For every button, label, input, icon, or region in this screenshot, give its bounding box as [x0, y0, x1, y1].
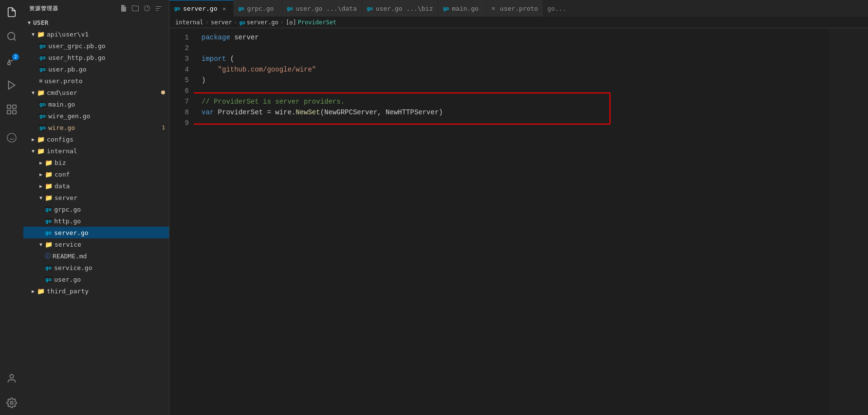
files-icon[interactable] — [3, 4, 20, 20]
tree-item-third-party[interactable]: ▶ 📁 third_party — [23, 285, 169, 297]
tree-item-wire-go[interactable]: go wire.go 1 — [23, 122, 169, 133]
svg-rect-5 — [7, 105, 11, 108]
svg-point-11 — [10, 375, 13, 378]
line-numbers: 1 2 3 4 5 6 7 8 9 — [169, 28, 194, 415]
tab-grpc-go-label: grpc.go — [247, 5, 274, 12]
tree-item-user-pb-go[interactable]: go user.pb.go — [23, 63, 169, 75]
settings-icon[interactable] — [3, 395, 20, 411]
tree-item-biz[interactable]: ▶ 📁 biz — [23, 157, 169, 168]
svg-line-1 — [14, 38, 16, 40]
breadcrumb-server[interactable]: server — [211, 19, 232, 26]
breadcrumb-provider-set[interactable]: ProviderSet — [298, 19, 336, 26]
tab-user-go-biz[interactable]: go user.go ...\biz — [362, 0, 438, 17]
code-line-1: package server — [202, 32, 829, 43]
tree-item-user-grpc-pb-go[interactable]: go user_grpc.pb.go — [23, 40, 169, 52]
account-icon[interactable] — [3, 370, 20, 387]
sidebar-header-icons — [119, 4, 163, 13]
tree-root-user[interactable]: ▼ USER — [23, 17, 169, 28]
tab-user-go-data-label: user.go ...\data — [296, 5, 357, 12]
tree-item-user-go-service[interactable]: go user.go — [23, 273, 169, 285]
tree-item-user-http-pb-go[interactable]: go user_http.pb.go — [23, 52, 169, 63]
tab-close-server-go[interactable]: ✕ — [221, 5, 228, 13]
svg-rect-6 — [13, 105, 16, 108]
svg-rect-8 — [13, 110, 16, 114]
svg-point-2 — [8, 62, 11, 65]
tree-item-data[interactable]: ▶ 📁 data — [23, 180, 169, 192]
tree-item-server-go[interactable]: go server.go — [23, 227, 169, 238]
extensions-icon[interactable] — [3, 101, 20, 118]
tree-item-internal[interactable]: ▼ 📁 internal — [23, 145, 169, 157]
tree-item-service-go[interactable]: go service.go — [23, 262, 169, 273]
tree-item-configs[interactable]: ▶ 📁 configs — [23, 133, 169, 145]
source-control-icon[interactable]: 2 — [3, 53, 20, 69]
tab-server-go[interactable]: go server.go ✕ — [169, 0, 234, 17]
tab-server-go-label: server.go — [183, 5, 217, 12]
code-content[interactable]: package server import ( "github.com/goog… — [194, 28, 829, 415]
code-line-2 — [202, 43, 829, 54]
ai-icon[interactable] — [3, 129, 20, 146]
tab-user-proto-label: user.proto — [500, 5, 538, 12]
tree-item-user-proto[interactable]: ≡ user.proto — [23, 75, 169, 87]
new-file-icon[interactable] — [119, 4, 128, 13]
breadcrumb-server-go[interactable]: server.go — [247, 19, 278, 26]
sidebar-header: 资源管理器 — [23, 0, 169, 17]
tree-item-wire-gen-go[interactable]: go wire_gen.go — [23, 110, 169, 122]
tab-main-go[interactable]: go main.go — [438, 0, 487, 17]
code-line-5: ) — [202, 75, 829, 86]
svg-point-0 — [8, 33, 15, 40]
code-line-6 — [202, 86, 829, 96]
editor-area: go server.go ✕ go grpc.go go user.go ...… — [169, 0, 868, 415]
code-area: 1 2 3 4 5 6 7 8 9 package server import … — [169, 28, 868, 415]
tree-item-readme-md[interactable]: ⓘ README.md — [23, 250, 169, 262]
breadcrumb-internal[interactable]: internal — [175, 19, 203, 26]
tree-item-conf[interactable]: ▶ 📁 conf — [23, 168, 169, 180]
code-line-3: import ( — [202, 54, 829, 64]
collapse-icon[interactable] — [154, 4, 163, 13]
refresh-icon[interactable] — [143, 4, 151, 13]
activity-bar: 2 — [0, 0, 23, 415]
run-icon[interactable] — [3, 77, 20, 93]
tree-item-api-user-v1[interactable]: ▼ 📁 api\user\v1 — [23, 28, 169, 40]
tab-bar: go server.go ✕ go grpc.go go user.go ...… — [169, 0, 868, 17]
code-line-8: var ProviderSet = wire.NewSet(NewGRPCSer… — [202, 107, 829, 118]
new-folder-icon[interactable] — [131, 4, 140, 13]
tree-item-cmd-user[interactable]: ▼ 📁 cmd\user — [23, 87, 169, 98]
tree-item-http-go[interactable]: go http.go — [23, 215, 169, 227]
sidebar-title: 资源管理器 — [29, 5, 58, 12]
tab-user-proto[interactable]: ≡ user.proto — [487, 0, 543, 17]
tab-user-go-data[interactable]: go user.go ...\data — [282, 0, 362, 17]
tree-item-main-go[interactable]: go main.go — [23, 98, 169, 110]
minimap — [829, 28, 868, 415]
tree-item-service[interactable]: ▼ 📁 service — [23, 238, 169, 250]
code-line-7: // ProviderSet is server providers. — [202, 96, 829, 107]
search-icon[interactable] — [3, 28, 20, 45]
tab-overflow[interactable]: go ... — [543, 0, 570, 17]
code-line-9 — [202, 118, 829, 128]
svg-point-12 — [10, 401, 13, 404]
tree-item-grpc-go[interactable]: go grpc.go — [23, 203, 169, 215]
tree-item-server[interactable]: ▼ 📁 server — [23, 192, 169, 203]
code-line-4: "github.com/google/wire" — [202, 64, 829, 75]
sidebar: 资源管理器 — [23, 0, 169, 415]
svg-marker-4 — [9, 81, 15, 90]
svg-rect-7 — [7, 110, 11, 114]
breadcrumb: internal › server › go server.go › [◎] P… — [169, 17, 868, 28]
tab-grpc-go[interactable]: go grpc.go — [234, 0, 282, 17]
file-tree: ▼ USER ▼ 📁 api\user\v1 go user_grpc.pb.g… — [23, 17, 169, 415]
tab-user-go-biz-label: user.go ...\biz — [376, 5, 433, 12]
tab-main-go-label: main.go — [452, 5, 479, 12]
